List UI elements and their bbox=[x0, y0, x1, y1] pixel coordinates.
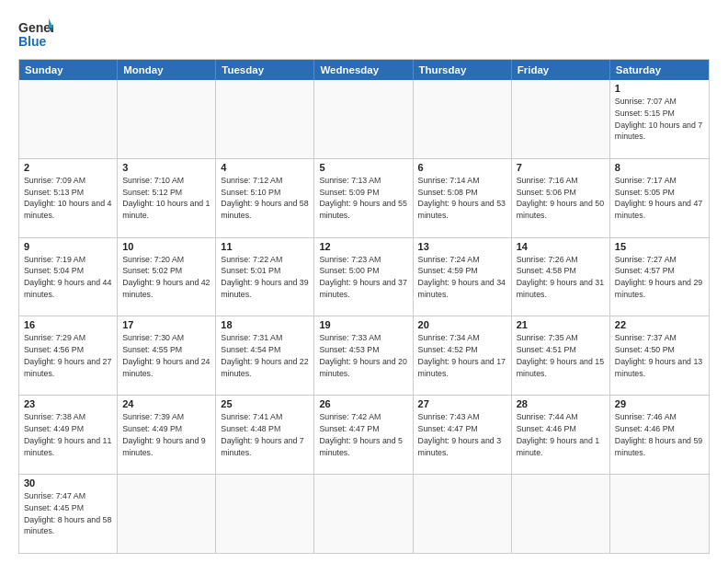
day-cell-17: 17Sunrise: 7:30 AM Sunset: 4:55 PM Dayli… bbox=[118, 316, 216, 395]
day-cell-27: 27Sunrise: 7:43 AM Sunset: 4:47 PM Dayli… bbox=[414, 396, 512, 474]
day-info: Sunrise: 7:37 AM Sunset: 4:50 PM Dayligh… bbox=[615, 332, 704, 379]
calendar-row-4: 23Sunrise: 7:38 AM Sunset: 4:49 PM Dayli… bbox=[19, 395, 709, 474]
day-info: Sunrise: 7:16 AM Sunset: 5:06 PM Dayligh… bbox=[517, 175, 605, 222]
weekday-header-sunday: Sunday bbox=[19, 60, 118, 80]
day-number: 29 bbox=[615, 398, 704, 409]
day-cell-2: 2Sunrise: 7:09 AM Sunset: 5:13 PM Daylig… bbox=[19, 159, 118, 237]
day-info: Sunrise: 7:07 AM Sunset: 5:15 PM Dayligh… bbox=[615, 96, 704, 143]
page: General Blue SundayMondayTuesdayWednesda… bbox=[0, 0, 728, 563]
day-number: 2 bbox=[24, 162, 112, 173]
day-info: Sunrise: 7:26 AM Sunset: 4:58 PM Dayligh… bbox=[517, 254, 605, 301]
day-cell-22: 22Sunrise: 7:37 AM Sunset: 4:50 PM Dayli… bbox=[610, 316, 709, 395]
day-info: Sunrise: 7:23 AM Sunset: 5:00 PM Dayligh… bbox=[319, 254, 407, 301]
day-cell-4: 4Sunrise: 7:12 AM Sunset: 5:10 PM Daylig… bbox=[216, 159, 314, 237]
day-cell-empty-5-4 bbox=[414, 475, 512, 553]
day-number: 8 bbox=[615, 162, 704, 173]
day-number: 18 bbox=[221, 319, 309, 330]
day-info: Sunrise: 7:10 AM Sunset: 5:12 PM Dayligh… bbox=[122, 175, 210, 222]
day-cell-24: 24Sunrise: 7:39 AM Sunset: 4:49 PM Dayli… bbox=[118, 396, 216, 474]
day-number: 5 bbox=[319, 162, 407, 173]
day-cell-empty-0-5 bbox=[512, 80, 610, 158]
day-cell-empty-0-3 bbox=[314, 80, 413, 158]
day-cell-12: 12Sunrise: 7:23 AM Sunset: 5:00 PM Dayli… bbox=[314, 238, 413, 316]
day-cell-empty-5-6 bbox=[610, 475, 709, 553]
day-info: Sunrise: 7:38 AM Sunset: 4:49 PM Dayligh… bbox=[24, 411, 112, 458]
day-number: 25 bbox=[221, 398, 309, 409]
weekday-header-monday: Monday bbox=[118, 60, 216, 80]
day-number: 21 bbox=[517, 319, 605, 330]
calendar-row-0: 1Sunrise: 7:07 AM Sunset: 5:15 PM Daylig… bbox=[19, 80, 709, 158]
day-cell-26: 26Sunrise: 7:42 AM Sunset: 4:47 PM Dayli… bbox=[314, 396, 413, 474]
day-info: Sunrise: 7:44 AM Sunset: 4:46 PM Dayligh… bbox=[517, 411, 605, 458]
day-number: 13 bbox=[418, 241, 506, 252]
day-number: 19 bbox=[319, 319, 407, 330]
day-info: Sunrise: 7:12 AM Sunset: 5:10 PM Dayligh… bbox=[221, 175, 309, 222]
day-cell-25: 25Sunrise: 7:41 AM Sunset: 4:48 PM Dayli… bbox=[216, 396, 314, 474]
day-cell-9: 9Sunrise: 7:19 AM Sunset: 5:04 PM Daylig… bbox=[19, 238, 118, 316]
day-cell-14: 14Sunrise: 7:26 AM Sunset: 4:58 PM Dayli… bbox=[512, 238, 610, 316]
day-number: 16 bbox=[24, 319, 112, 330]
day-info: Sunrise: 7:19 AM Sunset: 5:04 PM Dayligh… bbox=[24, 254, 112, 301]
day-cell-3: 3Sunrise: 7:10 AM Sunset: 5:12 PM Daylig… bbox=[118, 159, 216, 237]
day-info: Sunrise: 7:17 AM Sunset: 5:05 PM Dayligh… bbox=[615, 175, 704, 222]
svg-text:Blue: Blue bbox=[18, 34, 47, 49]
day-info: Sunrise: 7:27 AM Sunset: 4:57 PM Dayligh… bbox=[615, 254, 704, 301]
day-cell-empty-0-1 bbox=[118, 80, 216, 158]
calendar: SundayMondayTuesdayWednesdayThursdayFrid… bbox=[18, 59, 710, 554]
weekday-header-saturday: Saturday bbox=[610, 60, 709, 80]
day-info: Sunrise: 7:47 AM Sunset: 4:45 PM Dayligh… bbox=[24, 490, 112, 537]
day-number: 23 bbox=[24, 398, 112, 409]
day-number: 28 bbox=[517, 398, 605, 409]
day-cell-15: 15Sunrise: 7:27 AM Sunset: 4:57 PM Dayli… bbox=[610, 238, 709, 316]
day-number: 7 bbox=[517, 162, 605, 173]
day-number: 4 bbox=[221, 162, 309, 173]
day-cell-29: 29Sunrise: 7:46 AM Sunset: 4:46 PM Dayli… bbox=[610, 396, 709, 474]
day-info: Sunrise: 7:24 AM Sunset: 4:59 PM Dayligh… bbox=[418, 254, 506, 301]
day-cell-empty-5-1 bbox=[118, 475, 216, 553]
logo: General Blue bbox=[18, 17, 53, 52]
day-number: 1 bbox=[615, 83, 704, 94]
header: General Blue bbox=[18, 17, 710, 52]
day-cell-empty-5-3 bbox=[314, 475, 413, 553]
day-info: Sunrise: 7:43 AM Sunset: 4:47 PM Dayligh… bbox=[418, 411, 506, 458]
day-cell-18: 18Sunrise: 7:31 AM Sunset: 4:54 PM Dayli… bbox=[216, 316, 314, 395]
day-cell-7: 7Sunrise: 7:16 AM Sunset: 5:06 PM Daylig… bbox=[512, 159, 610, 237]
day-info: Sunrise: 7:39 AM Sunset: 4:49 PM Dayligh… bbox=[122, 411, 210, 458]
day-cell-30: 30Sunrise: 7:47 AM Sunset: 4:45 PM Dayli… bbox=[19, 475, 118, 553]
day-number: 20 bbox=[418, 319, 506, 330]
day-number: 6 bbox=[418, 162, 506, 173]
calendar-row-5: 30Sunrise: 7:47 AM Sunset: 4:45 PM Dayli… bbox=[19, 474, 709, 553]
day-cell-28: 28Sunrise: 7:44 AM Sunset: 4:46 PM Dayli… bbox=[512, 396, 610, 474]
day-info: Sunrise: 7:13 AM Sunset: 5:09 PM Dayligh… bbox=[319, 175, 407, 222]
day-number: 14 bbox=[517, 241, 605, 252]
day-info: Sunrise: 7:35 AM Sunset: 4:51 PM Dayligh… bbox=[517, 332, 605, 379]
day-cell-21: 21Sunrise: 7:35 AM Sunset: 4:51 PM Dayli… bbox=[512, 316, 610, 395]
day-cell-11: 11Sunrise: 7:22 AM Sunset: 5:01 PM Dayli… bbox=[216, 238, 314, 316]
day-cell-empty-5-2 bbox=[216, 475, 314, 553]
svg-text:General: General bbox=[18, 20, 53, 35]
day-number: 15 bbox=[615, 241, 704, 252]
calendar-body: 1Sunrise: 7:07 AM Sunset: 5:15 PM Daylig… bbox=[19, 80, 709, 553]
calendar-header: SundayMondayTuesdayWednesdayThursdayFrid… bbox=[19, 60, 709, 80]
day-number: 3 bbox=[122, 162, 210, 173]
day-cell-1: 1Sunrise: 7:07 AM Sunset: 5:15 PM Daylig… bbox=[610, 80, 709, 158]
day-info: Sunrise: 7:42 AM Sunset: 4:47 PM Dayligh… bbox=[319, 411, 407, 458]
day-cell-6: 6Sunrise: 7:14 AM Sunset: 5:08 PM Daylig… bbox=[414, 159, 512, 237]
logo-svg: General Blue bbox=[18, 17, 53, 52]
day-number: 26 bbox=[319, 398, 407, 409]
day-number: 9 bbox=[24, 241, 112, 252]
day-number: 22 bbox=[615, 319, 704, 330]
day-info: Sunrise: 7:34 AM Sunset: 4:52 PM Dayligh… bbox=[418, 332, 506, 379]
day-number: 27 bbox=[418, 398, 506, 409]
calendar-row-1: 2Sunrise: 7:09 AM Sunset: 5:13 PM Daylig… bbox=[19, 158, 709, 237]
day-info: Sunrise: 7:14 AM Sunset: 5:08 PM Dayligh… bbox=[418, 175, 506, 222]
day-info: Sunrise: 7:31 AM Sunset: 4:54 PM Dayligh… bbox=[221, 332, 309, 379]
day-cell-10: 10Sunrise: 7:20 AM Sunset: 5:02 PM Dayli… bbox=[118, 238, 216, 316]
day-cell-23: 23Sunrise: 7:38 AM Sunset: 4:49 PM Dayli… bbox=[19, 396, 118, 474]
day-info: Sunrise: 7:22 AM Sunset: 5:01 PM Dayligh… bbox=[221, 254, 309, 301]
day-number: 17 bbox=[122, 319, 210, 330]
day-number: 10 bbox=[122, 241, 210, 252]
day-info: Sunrise: 7:41 AM Sunset: 4:48 PM Dayligh… bbox=[221, 411, 309, 458]
day-info: Sunrise: 7:20 AM Sunset: 5:02 PM Dayligh… bbox=[122, 254, 210, 301]
day-cell-empty-0-2 bbox=[216, 80, 314, 158]
